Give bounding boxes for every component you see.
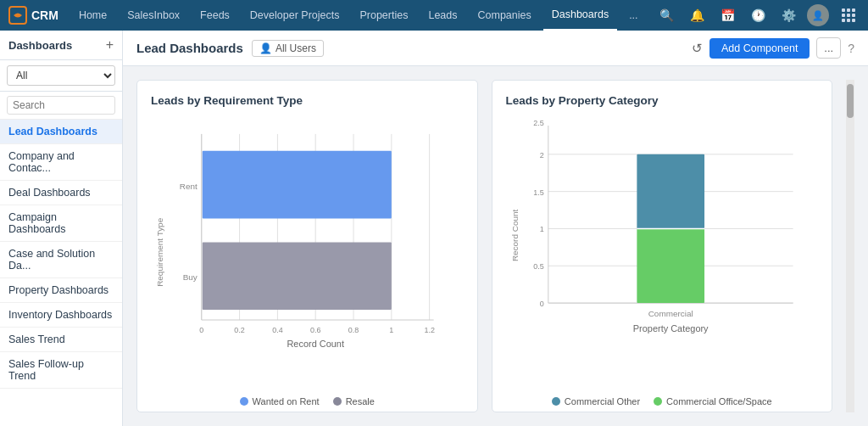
all-users-badge[interactable]: 👤 All Users	[252, 40, 324, 57]
legend-label-commercial-other: Commercial Other	[565, 396, 640, 406]
user-icon: 👤	[259, 42, 272, 54]
sidebar-item-campaign-dashboards[interactable]: Campaign Dashboards	[0, 205, 122, 242]
svg-text:0.2: 0.2	[234, 326, 244, 334]
app-logo[interactable]: CRM	[8, 6, 58, 25]
svg-text:Commercial: Commercial	[648, 309, 693, 318]
svg-text:0.5: 0.5	[533, 262, 543, 271]
nav-companies[interactable]: Companies	[470, 0, 540, 31]
legend-label-commercial-office: Commercial Office/Space	[666, 396, 772, 406]
legend-resale: Resale	[333, 396, 375, 406]
main-header: Lead Dashboards 👤 All Users ↺ Add Compon…	[123, 31, 868, 66]
clock-icon[interactable]: 🕐	[746, 3, 770, 27]
sidebar: Dashboards + All Lead Dashboards Company…	[0, 31, 123, 426]
settings-icon[interactable]: ⚙️	[776, 3, 800, 27]
top-nav: CRM Home SalesInbox Feeds Developer Proj…	[0, 0, 868, 31]
sidebar-item-deal-dashboards[interactable]: Deal Dashboards	[0, 181, 122, 205]
search-input[interactable]	[7, 96, 115, 115]
main-content: Lead Dashboards 👤 All Users ↺ Add Compon…	[123, 31, 868, 426]
logo-icon	[8, 6, 27, 25]
svg-text:Buy: Buy	[183, 272, 198, 282]
help-button[interactable]: ?	[848, 42, 854, 55]
add-component-button[interactable]: Add Component	[709, 38, 810, 59]
legend-commercial-office: Commercial Office/Space	[654, 396, 772, 406]
calendar-icon[interactable]: 📅	[715, 3, 739, 27]
nav-feeds[interactable]: Feeds	[192, 0, 238, 31]
nav-dashboards[interactable]: Dashboards	[543, 0, 617, 31]
chart1-svg: Requirement Type	[151, 117, 464, 388]
sidebar-item-company-contact[interactable]: Company and Contac...	[0, 144, 122, 181]
sidebar-filter: All	[0, 60, 122, 92]
sidebar-item-sales-trend[interactable]: Sales Trend	[0, 328, 122, 352]
app-body: Dashboards + All Lead Dashboards Company…	[0, 31, 868, 426]
svg-text:0: 0	[199, 326, 203, 334]
grid-icon[interactable]	[836, 3, 860, 27]
more-options-button[interactable]: ...	[816, 37, 841, 59]
charts-area: Leads by Requirement Type Requirement Ty…	[123, 66, 868, 426]
chart-leads-by-requirement: Leads by Requirement Type Requirement Ty…	[136, 80, 478, 412]
nav-icons: 🔍 🔔 📅 🕐 ⚙️ 👤	[654, 3, 860, 27]
sidebar-search	[0, 92, 122, 120]
all-users-label: All Users	[275, 42, 316, 54]
svg-text:Record Count: Record Count	[509, 210, 519, 262]
svg-text:0.8: 0.8	[348, 326, 359, 334]
svg-rect-32	[637, 154, 704, 229]
app-name: CRM	[31, 8, 58, 22]
legend-dot-rent	[240, 397, 248, 406]
svg-rect-31	[637, 228, 704, 303]
svg-text:Record Count: Record Count	[287, 339, 343, 349]
legend-dot-resale	[333, 397, 342, 406]
svg-text:Property Category: Property Category	[632, 323, 708, 334]
avatar[interactable]: 👤	[807, 4, 829, 26]
scroll-indicator[interactable]	[846, 80, 854, 412]
legend-dot-commercial-office	[654, 397, 662, 406]
sidebar-item-inventory-dashboards[interactable]: Inventory Dashboards	[0, 303, 122, 328]
nav-leads[interactable]: Leads	[420, 0, 465, 31]
svg-text:Rent: Rent	[180, 182, 198, 191]
svg-text:1.2: 1.2	[424, 326, 434, 334]
sidebar-title: Dashboards	[8, 39, 72, 52]
chart2-legend: Commercial Other Commercial Office/Space	[506, 396, 819, 406]
scroll-thumb	[847, 84, 854, 118]
svg-text:1: 1	[389, 326, 393, 334]
sidebar-item-lead-dashboards[interactable]: Lead Dashboards	[0, 120, 122, 144]
legend-commercial-other: Commercial Other	[552, 396, 640, 406]
nav-developerprojects[interactable]: Developer Projects	[242, 0, 348, 31]
chart2-title: Leads by Property Category	[506, 94, 819, 107]
search-icon[interactable]: 🔍	[654, 3, 678, 27]
svg-text:1: 1	[539, 225, 543, 233]
legend-label-rent: Wanted on Rent	[253, 396, 320, 406]
svg-text:2: 2	[539, 151, 543, 160]
nav-more[interactable]: ...	[620, 0, 646, 31]
header-actions: ↺ Add Component ... ?	[692, 37, 854, 59]
nav-salesinbox[interactable]: SalesInbox	[119, 0, 188, 31]
legend-dot-commercial-other	[552, 397, 560, 406]
legend-wanted-on-rent: Wanted on Rent	[240, 396, 320, 406]
nav-properties[interactable]: Properties	[351, 0, 416, 31]
svg-text:2.5: 2.5	[533, 119, 543, 127]
bell-icon[interactable]: 🔔	[685, 3, 709, 27]
svg-text:1.5: 1.5	[533, 188, 543, 197]
sidebar-nav: Lead Dashboards Company and Contac... De…	[0, 120, 122, 426]
sidebar-item-sales-followup[interactable]: Sales Follow-up Trend	[0, 352, 122, 389]
page-title: Lead Dashboards	[136, 41, 243, 55]
legend-label-resale: Resale	[346, 396, 375, 406]
svg-text:0.4: 0.4	[272, 326, 282, 334]
chart2-svg: Record Count	[506, 117, 819, 388]
sidebar-add-button[interactable]: +	[106, 37, 114, 53]
refresh-button[interactable]: ↺	[692, 41, 703, 56]
sidebar-item-property-dashboards[interactable]: Property Dashboards	[0, 278, 122, 303]
chart-leads-by-property: Leads by Property Category Record Count	[492, 80, 833, 412]
chart1-title: Leads by Requirement Type	[151, 94, 464, 107]
filter-select[interactable]: All	[7, 65, 115, 86]
svg-text:0: 0	[539, 300, 543, 308]
svg-text:0.6: 0.6	[310, 326, 320, 334]
chart1-legend: Wanted on Rent Resale	[151, 396, 464, 406]
nav-home[interactable]: Home	[70, 0, 115, 31]
svg-text:Requirement Type: Requirement Type	[155, 217, 164, 286]
svg-rect-11	[203, 242, 392, 310]
sidebar-header: Dashboards +	[0, 31, 122, 60]
sidebar-item-case-solution[interactable]: Case and Solution Da...	[0, 242, 122, 278]
svg-rect-10	[203, 151, 392, 219]
